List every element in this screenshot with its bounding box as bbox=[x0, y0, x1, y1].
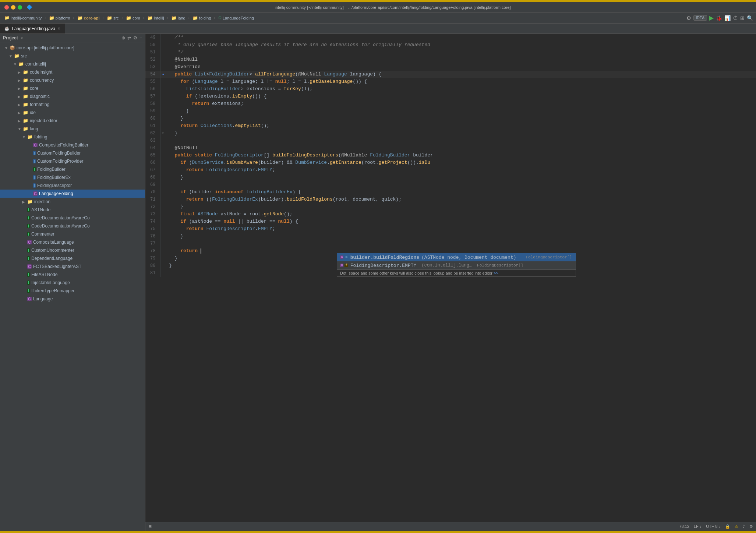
sidebar-tree: ▼ 📦 core-api [intellij.platform.core] ▼ … bbox=[0, 42, 145, 531]
title-bar: 🔷 intellij-community [~/intellij-communi… bbox=[0, 2, 756, 13]
status-settings-icon[interactable]: ⚙ bbox=[749, 524, 753, 529]
tree-item-injection[interactable]: ▶ 📁 injection bbox=[0, 198, 145, 206]
tree-item-folding-descriptor[interactable]: I FoldingDescriptor bbox=[0, 181, 145, 190]
sidebar-dropdown-icon[interactable]: ▾ bbox=[21, 36, 23, 40]
tree-item-composite-folding-builder[interactable]: C CompositeFoldingBuilder bbox=[0, 141, 145, 149]
tab-file-icon: ☕ bbox=[4, 26, 10, 31]
tree-label-custom-folding-builder: CustomFoldingBuilder bbox=[37, 151, 81, 156]
tree-label-composite-language: CompositeLanguage bbox=[33, 240, 74, 245]
tree-label-codedoc-2: CodeDocumentationAwareCo bbox=[31, 223, 90, 229]
tree-item-astnode[interactable]: I ASTNode bbox=[0, 206, 145, 214]
tree-item-folding[interactable]: ▼ 📁 folding bbox=[0, 133, 145, 141]
tree-item-codedoc-1[interactable]: I CodeDocumentationAwareCo bbox=[0, 214, 145, 222]
line-number: 77 bbox=[145, 240, 160, 247]
autocomplete-hint: Dot, space and some other keys will also… bbox=[337, 269, 576, 276]
class-icon: ⊙ bbox=[218, 15, 222, 20]
minimize-button[interactable] bbox=[11, 5, 15, 10]
status-position[interactable]: 78:12 bbox=[679, 524, 689, 529]
tree-item-fcts[interactable]: C FCTSBackedLighterAST bbox=[0, 262, 145, 271]
tree-label-composite-folding-builder: CompositeFoldingBuilder bbox=[39, 142, 88, 148]
code-area[interactable]: 49 /** 50 * Only queries base language r… bbox=[145, 34, 756, 522]
status-layout-icon[interactable]: ⊟ bbox=[148, 524, 152, 529]
tree-item-src[interactable]: ▼ 📁 src bbox=[0, 52, 145, 60]
nav-item-class[interactable]: ⊙ LanguageFolding bbox=[217, 15, 255, 21]
tree-label-codedoc-1: CodeDocumentationAwareCo bbox=[31, 215, 90, 220]
maximize-button[interactable] bbox=[18, 5, 22, 10]
tree-label-folding: folding bbox=[34, 134, 47, 140]
code-line: @Override bbox=[166, 63, 756, 71]
run-icon[interactable]: ▶ bbox=[709, 14, 714, 21]
tree-item-codeinsight[interactable]: ▶ 📁 codeInsight bbox=[0, 68, 145, 76]
autocomplete-item-1[interactable]: C m builder.buildFoldRegions(ASTNode nod… bbox=[337, 253, 576, 261]
nav-item-platform-label: platform bbox=[56, 16, 70, 20]
tree-item-commenter[interactable]: I Commenter bbox=[0, 230, 145, 238]
tab-close-icon[interactable]: ✕ bbox=[57, 27, 60, 31]
tree-item-composite-language[interactable]: C CompositeLanguage bbox=[0, 238, 145, 246]
nav-item-platform[interactable]: 📁 platform bbox=[47, 15, 72, 21]
main-content: Project ▾ ⊕ ⇄ ⚙ − ▼ 📦 core-api [intellij… bbox=[0, 34, 756, 531]
tree-item-folding-builder[interactable]: I FoldingBuilder bbox=[0, 165, 145, 173]
tree-label-astnode: ASTNode bbox=[31, 207, 50, 212]
profile-icon[interactable]: ⏱ bbox=[733, 15, 738, 21]
sidebar-settings-icon[interactable]: ⚙ bbox=[133, 35, 137, 40]
sidebar-sync-icon[interactable]: ⇄ bbox=[127, 35, 131, 40]
tree-item-core[interactable]: ▶ 📁 core bbox=[0, 84, 145, 92]
tree-item-language-folding[interactable]: C LanguageFolding bbox=[0, 190, 145, 198]
nav-item-coreapi[interactable]: 📁 core-api bbox=[76, 15, 101, 21]
tree-item-itoken[interactable]: I ITokenTypeRemapper bbox=[0, 287, 145, 295]
status-encoding[interactable]: UTF-8 ↓ bbox=[706, 524, 721, 529]
nav-item-folding[interactable]: 📁 folding bbox=[191, 15, 212, 21]
tree-item-diagnostic[interactable]: ▶ 📁 diagnostic bbox=[0, 92, 145, 100]
traffic-lights bbox=[4, 5, 22, 10]
nav-item-intellij[interactable]: 📁 intellij bbox=[146, 15, 166, 21]
tree-item-folding-builder-ex[interactable]: I FoldingBuilderEx bbox=[0, 173, 145, 181]
nav-item-com[interactable]: 📁 com bbox=[124, 15, 142, 21]
tree-item-core-api[interactable]: ▼ 📦 core-api [intellij.platform.core] bbox=[0, 44, 145, 52]
class-c-icon: C bbox=[27, 264, 32, 269]
folding-folder-icon: 📁 bbox=[27, 134, 33, 140]
sidebar-new-icon[interactable]: ⊕ bbox=[121, 35, 125, 40]
ac-hint-link[interactable]: >> bbox=[494, 271, 498, 275]
nav-item-src[interactable]: 📁 src bbox=[105, 15, 120, 21]
nav-item-project[interactable]: 📁 intellij-community bbox=[3, 15, 43, 21]
nav-sep-2: › bbox=[73, 16, 74, 20]
line-number: 63 bbox=[145, 137, 160, 144]
tree-item-ide[interactable]: ▶ 📁 ide bbox=[0, 109, 145, 117]
layout-icon[interactable]: ⊞ bbox=[740, 15, 745, 21]
tree-item-codedoc-2[interactable]: I CodeDocumentationAwareCo bbox=[0, 222, 145, 230]
fold-col bbox=[160, 233, 166, 240]
nav-settings-icon[interactable]: ⚙ bbox=[686, 15, 691, 21]
tree-item-file-astnode[interactable]: I FileASTNode bbox=[0, 271, 145, 279]
tree-item-dependent-language[interactable]: I DependentLanguage bbox=[0, 254, 145, 262]
tab-languagefolding[interactable]: ☕ LanguageFolding.java ✕ bbox=[0, 24, 65, 33]
idea-dropdown[interactable]: IDEA bbox=[693, 15, 707, 21]
status-warning-icon[interactable]: ⚠ bbox=[735, 524, 738, 529]
fold-col bbox=[160, 56, 166, 63]
debug-icon[interactable]: 🐞 bbox=[716, 15, 722, 21]
ac-item-name-2: FoldingDescriptor.EMPTY bbox=[350, 263, 416, 268]
search-icon[interactable]: 🔍 bbox=[747, 15, 753, 21]
tree-item-com-intellij[interactable]: ▼ 📁 com.intellij bbox=[0, 60, 145, 68]
tree-item-lang[interactable]: ▼ 📁 lang bbox=[0, 125, 145, 133]
status-share-icon[interactable]: ⤴ bbox=[743, 524, 745, 529]
tree-item-custom-uncommenter[interactable]: I CustomUncommenter bbox=[0, 246, 145, 254]
chevron-right-icon: ▶ bbox=[18, 111, 21, 115]
code-line: return ((FoldingBuilderEx)builder).build… bbox=[166, 196, 756, 203]
autocomplete-item-2[interactable]: C f FoldingDescriptor.EMPTY (com.intelli… bbox=[337, 261, 576, 269]
tree-item-custom-folding-builder[interactable]: I CustomFoldingBuilder bbox=[0, 149, 145, 157]
injected-editor-folder-icon: 📁 bbox=[23, 118, 28, 123]
tree-item-concurrency[interactable]: ▶ 📁 concurrency bbox=[0, 76, 145, 84]
tree-item-custom-folding-provider[interactable]: I CustomFoldingProvider bbox=[0, 157, 145, 165]
status-line-ending[interactable]: LF ↓ bbox=[694, 524, 702, 529]
fold-col[interactable]: ⊟ bbox=[160, 130, 166, 137]
coverage-icon[interactable]: 📊 bbox=[724, 15, 731, 21]
tree-item-formatting[interactable]: ▶ 📁 formatting bbox=[0, 100, 145, 109]
close-button[interactable] bbox=[4, 5, 9, 10]
sidebar-hide-icon[interactable]: − bbox=[139, 35, 142, 40]
tree-item-language[interactable]: C Language bbox=[0, 295, 145, 303]
tree-item-injected-editor[interactable]: ▶ 📁 injected.editor bbox=[0, 117, 145, 125]
core-folder-icon: 📁 bbox=[23, 86, 28, 91]
tree-item-injectable-language[interactable]: I InjectableLanguage bbox=[0, 279, 145, 287]
tree-label-src: src bbox=[21, 53, 27, 59]
nav-item-lang[interactable]: 📁 lang bbox=[170, 15, 187, 21]
